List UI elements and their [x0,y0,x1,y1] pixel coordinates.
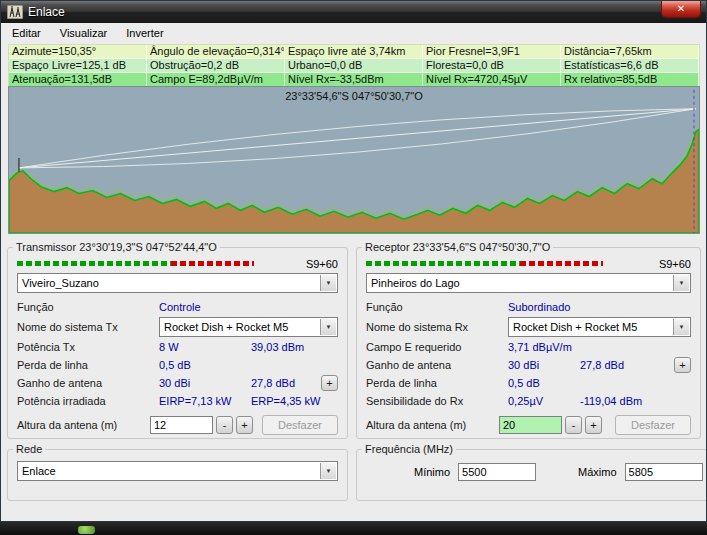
transmitter-title: Transmissor 23°30'19,3"S 047°52'44,4"O [13,241,220,253]
stat-espaco-livre-ate: Espaço livre até 3,74km [285,45,423,59]
chevron-down-icon[interactable]: ▼ [320,319,336,335]
tx-sistema-label: Nome do sistema Tx [17,321,159,333]
tx-altura-label: Altura da antena (m) [17,419,150,431]
frequency-row: Mínimo Máximo [357,455,707,481]
chevron-down-icon[interactable]: ▼ [673,319,689,335]
rx-signal-meter [366,260,603,267]
network-panel: Rede Enlace ▼ [7,443,348,501]
rx-sensibilidade-label: Sensibilidade do Rx [366,395,508,407]
link-stats-grid: Azimute=150,35° Ângulo de elevação=0,314… [8,44,700,86]
frequency-min-label: Mínimo [414,466,450,478]
rx-ganho-label: Ganho de antena [366,359,508,371]
tx-funcao-value: Controle [159,301,201,313]
frequency-panel: Frequência (MHz) Mínimo Máximo [356,443,707,501]
line-of-sight [19,109,696,168]
network-title: Rede [13,443,45,455]
chevron-down-icon[interactable]: ▼ [320,275,336,291]
rx-perda-label: Perda de linha [366,377,508,389]
tx-perda-row: Perda de linha 0,5 dB [8,356,347,374]
meter-red-segments [520,261,603,266]
rx-system-select[interactable]: Rocket Dish + Rocket M5 ▼ [508,317,691,337]
menu-item-editar[interactable]: Editar [10,26,43,40]
chevron-down-icon[interactable]: ▼ [673,275,689,291]
tx-eirp-value: EIRP=7,13 kW [159,395,251,407]
tx-antenna-height-input[interactable] [150,416,213,434]
stat-nivel-rx-uv: Nível Rx=4720,45µV [423,73,561,87]
rx-funcao-label: Função [366,301,508,313]
tx-perda-label: Perda de linha [17,359,159,371]
tx-irradiada-row: Potência irradiada EIRP=7,13 kW ERP=4,35… [8,392,347,410]
taskbar-app-icon[interactable] [78,526,95,534]
tx-potencia-dbm: 39,03 dBm [251,341,304,353]
rx-site-select[interactable]: Pinheiros do Lago ▼ [366,273,691,293]
cursor-coordinates: 23°33'54,6"S 047°50'30,7"O [9,90,699,102]
menu-item-visualizar[interactable]: Visualizar [58,26,110,40]
rx-campo-label: Campo E requerido [366,341,508,353]
close-button[interactable]: ✕ [661,1,701,18]
rx-sensibilidade-uv: 0,25µV [508,395,580,407]
rx-campo-value: 3,71 dBµV/m [508,341,572,353]
chevron-down-icon[interactable]: ▼ [320,463,336,479]
enlace-window: Enlace ✕ Editar Visualizar Inverter Azim… [0,0,707,522]
tx-ganho-label: Ganho de antena [17,377,159,389]
rx-altura-row: Altura da antena (m) - + Desfazer [357,414,700,436]
frequency-max-label: Máximo [578,466,617,478]
meter-green-segments [17,261,171,266]
rx-perda-value: 0,5 dB [508,377,580,389]
network-select[interactable]: Enlace ▼ [17,461,338,481]
rx-undo-button[interactable]: Desfazer [615,415,691,435]
tx-potencia-row: Potência Tx 8 W 39,03 dBm [8,338,347,356]
tx-ganho-row: Ganho de antena 30 dBi 27,8 dBd + [8,374,347,392]
rx-ganho-dbd: 27,8 dBd [580,359,624,371]
tx-undo-button[interactable]: Desfazer [262,415,338,435]
tx-sistema-row: Nome do sistema Tx Rocket Dish + Rocket … [8,316,347,338]
tx-signal-level: S9+60 [306,258,338,270]
rx-sensibilidade-dbm: -119,04 dBm [580,395,642,407]
meter-red-segments [171,261,254,266]
tx-system-select[interactable]: Rocket Dish + Rocket M5 ▼ [159,317,338,337]
rx-sensibilidade-row: Sensibilidade do Rx 0,25µV -119,04 dBm [357,392,700,410]
tx-height-decrease-button[interactable]: - [216,416,233,434]
rx-altura-label: Altura da antena (m) [366,419,499,431]
rx-antenna-detail-button[interactable]: + [674,357,691,373]
tx-irradiada-label: Potência irradiada [17,395,159,407]
stat-nivel-rx-dbm: Nível Rx=-33,5dBm [285,73,423,87]
meter-green-segments [366,261,520,266]
terrain-shape [9,129,699,233]
frequency-min-input[interactable] [458,463,536,481]
profile-chart[interactable]: 23°33'54,6"S 047°50'30,7"O [8,86,700,234]
tx-site-select[interactable]: Viveiro_Suzano ▼ [17,273,338,293]
stat-distancia: Distância=7,65km [561,45,699,59]
rx-system-value: Rocket Dish + Rocket M5 [513,321,637,333]
tx-signal-meter [17,260,254,267]
rx-site-value: Pinheiros do Lago [371,277,460,289]
stat-espaco-livre: Espaço Livre=125,1 dB [9,59,147,73]
rx-sistema-label: Nome do sistema Rx [366,321,508,333]
rx-height-decrease-button[interactable]: - [565,416,582,434]
tx-antenna-detail-button[interactable]: + [321,375,338,391]
tx-erp-value: ERP=4,35 kW [251,395,320,407]
taskbar-strip [0,522,707,535]
tx-altura-row: Altura da antena (m) - + Desfazer [8,414,347,436]
tx-ganho-dbd: 27,8 dBd [251,377,295,389]
menu-item-inverter[interactable]: Inverter [124,26,165,40]
tx-funcao-row: Função Controle [8,298,347,316]
network-value: Enlace [22,465,56,477]
tx-perda-value: 0,5 dB [159,359,251,371]
rx-funcao-value: Subordinado [508,301,570,313]
tx-ganho-dbi: 30 dBi [159,377,251,389]
frequency-max-input[interactable] [625,463,703,481]
tx-system-value: Rocket Dish + Rocket M5 [164,321,288,333]
rx-ganho-dbi: 30 dBi [508,359,580,371]
title-bar[interactable]: Enlace ✕ [1,1,706,23]
stat-floresta: Floresta=0,0 dB [423,59,561,73]
rx-meter-row: S9+60 [357,253,700,269]
window-title: Enlace [28,5,65,19]
rx-antenna-height-input[interactable] [499,416,562,434]
tx-site-value: Viveiro_Suzano [22,277,99,289]
rx-height-increase-button[interactable]: + [585,416,602,434]
tx-meter-row: S9+60 [8,253,347,269]
transmitter-panel: Transmissor 23°30'19,3"S 047°52'44,4"O S… [7,241,348,439]
stat-atenuacao: Atenuação=131,5dB [9,73,147,87]
tx-height-increase-button[interactable]: + [236,416,253,434]
